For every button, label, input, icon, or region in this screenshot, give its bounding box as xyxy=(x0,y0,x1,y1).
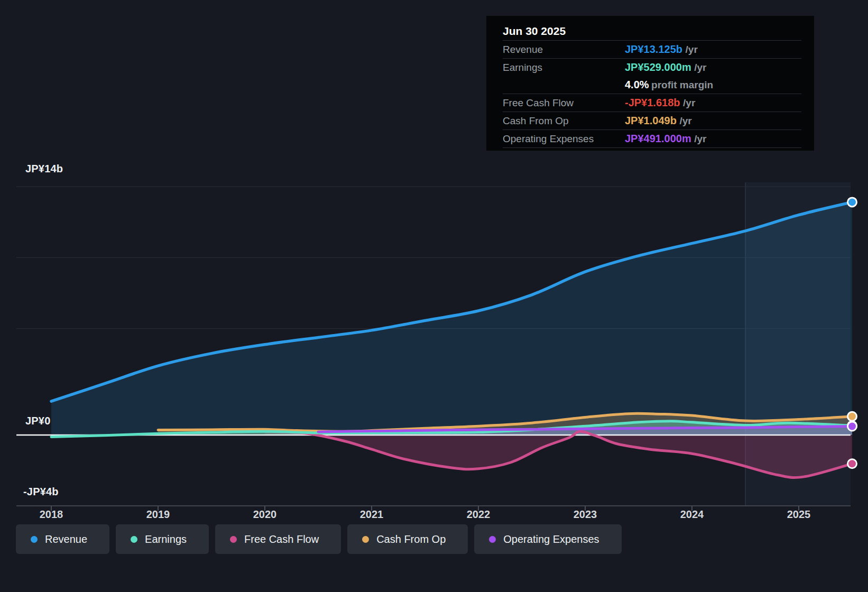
fcf-endpoint-marker[interactable] xyxy=(848,459,857,468)
x-axis-label-2018: 2018 xyxy=(40,508,63,521)
tooltip-margin-value: 4.0% xyxy=(625,79,649,90)
legend-dot xyxy=(31,536,38,543)
y-axis-label-zero: JP¥0 xyxy=(25,415,51,427)
tooltip-margin-text: profit margin xyxy=(651,79,713,90)
revenue-endpoint-marker[interactable] xyxy=(848,198,857,207)
tooltip-cashop-label: Cash From Op xyxy=(503,115,625,127)
legend-item-free-cash-flow[interactable]: Free Cash Flow xyxy=(215,524,341,554)
tooltip-row-cashop: Cash From Op JP¥1.049b /yr xyxy=(503,112,801,130)
legend-dot xyxy=(362,536,369,543)
legend-item-operating-expenses[interactable]: Operating Expenses xyxy=(474,524,621,554)
x-axis-label-2024: 2024 xyxy=(680,508,704,521)
tooltip-opex-suffix: /yr xyxy=(694,133,706,144)
legend-item-earnings[interactable]: Earnings xyxy=(116,524,209,554)
tooltip-fcf-suffix: /yr xyxy=(683,97,695,108)
tooltip-row-profit-margin: 4.0% profit margin xyxy=(503,76,801,94)
y-axis-label-bottom: -JP¥4b xyxy=(23,486,59,498)
tooltip-earnings-suffix: /yr xyxy=(694,62,706,73)
chart-tooltip: Jun 30 2025 Revenue JP¥13.125b /yr Earni… xyxy=(486,16,814,151)
tooltip-cashop-value: JP¥1.049b xyxy=(625,115,677,126)
x-axis-label-2020: 2020 xyxy=(253,508,277,521)
y-axis-label-top: JP¥14b xyxy=(25,163,63,175)
tooltip-earnings-value: JP¥529.000m xyxy=(625,61,691,73)
tooltip-cashop-suffix: /yr xyxy=(679,115,691,126)
legend-label: Free Cash Flow xyxy=(244,533,319,545)
chart-legend: RevenueEarningsFree Cash FlowCash From O… xyxy=(16,524,622,554)
tooltip-fcf-value: -JP¥1.618b xyxy=(625,97,680,108)
tooltip-row-opex: Operating Expenses JP¥491.000m /yr xyxy=(503,130,801,148)
tooltip-revenue-suffix: /yr xyxy=(686,44,698,55)
tooltip-revenue-value: JP¥13.125b xyxy=(625,43,682,55)
tooltip-row-fcf: Free Cash Flow -JP¥1.618b /yr xyxy=(503,94,801,112)
tooltip-row-revenue: Revenue JP¥13.125b /yr xyxy=(503,40,801,58)
cashop-endpoint-marker[interactable] xyxy=(848,412,857,421)
tooltip-earnings-label: Earnings xyxy=(503,62,625,73)
x-axis-label-2021: 2021 xyxy=(360,508,384,521)
tooltip-opex-label: Operating Expenses xyxy=(503,133,625,145)
tooltip-row-earnings: Earnings JP¥529.000m /yr xyxy=(503,58,801,76)
revenue-area xyxy=(51,202,852,435)
tooltip-revenue-label: Revenue xyxy=(503,44,625,56)
opex-endpoint-marker[interactable] xyxy=(848,422,857,431)
financials-chart-page: JP¥14b JP¥0 -JP¥4b 201820192020202120222… xyxy=(0,0,868,592)
x-axis-label-2022: 2022 xyxy=(467,508,491,521)
tooltip-opex-value: JP¥491.000m xyxy=(625,133,691,144)
legend-label: Operating Expenses xyxy=(503,533,599,545)
legend-item-revenue[interactable]: Revenue xyxy=(16,524,109,554)
legend-label: Earnings xyxy=(145,533,187,545)
legend-item-cash-from-op[interactable]: Cash From Op xyxy=(347,524,468,554)
x-axis-label-2023: 2023 xyxy=(574,508,597,521)
x-axis-label-2019: 2019 xyxy=(146,508,170,521)
legend-dot xyxy=(489,536,496,543)
tooltip-fcf-label: Free Cash Flow xyxy=(503,97,625,109)
legend-dot xyxy=(230,536,237,543)
x-axis-label-2025: 2025 xyxy=(787,508,811,521)
tooltip-date: Jun 30 2025 xyxy=(503,22,801,40)
legend-label: Revenue xyxy=(45,533,87,545)
legend-label: Cash From Op xyxy=(376,533,446,545)
legend-dot xyxy=(131,536,137,543)
